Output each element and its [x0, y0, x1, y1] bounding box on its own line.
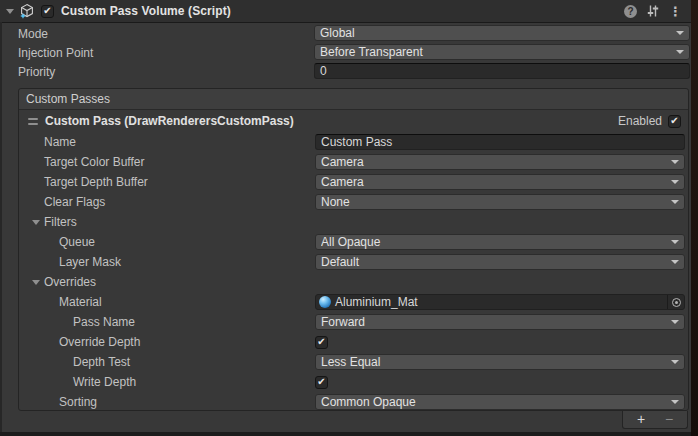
field-label: Layer Mask: [19, 255, 121, 269]
check-icon: ✔: [317, 377, 325, 387]
window-edge-left: [0, 22, 2, 436]
chevron-down-icon: [671, 240, 679, 244]
custom-passes-box: Custom Passes Custom Pass (DrawRenderers…: [18, 88, 689, 411]
unity-inspector: ✔ Custom Pass Volume (Script) ? ⋮ ModeGl…: [0, 0, 698, 436]
material-sphere-icon: [319, 296, 331, 308]
row-sorting: SortingCommon Opaque: [19, 392, 688, 412]
dropdown-value: Less Equal: [321, 355, 667, 369]
field-label: Name: [19, 135, 76, 149]
dropdown-queue[interactable]: All Opaque: [315, 234, 685, 250]
dropdown-depth-test[interactable]: Less Equal: [315, 354, 685, 370]
check-icon: ✔: [670, 116, 678, 126]
field-label: Write Depth: [19, 375, 136, 389]
component-fields: ModeGlobalInjection PointBefore Transpar…: [0, 24, 691, 81]
row-filters[interactable]: Filters: [19, 212, 688, 232]
chevron-down-icon: [671, 400, 679, 404]
chevron-down-icon: [671, 180, 679, 184]
remove-pass-button[interactable]: −: [655, 412, 683, 427]
row-queue: QueueAll Opaque: [19, 232, 688, 252]
dropdown-value: Common Opaque: [321, 395, 667, 409]
dropdown-value: All Opaque: [321, 235, 667, 249]
checkbox-field: ✔: [315, 374, 685, 390]
row-target-color-buffer: Target Color BufferCamera: [19, 152, 688, 172]
window-edge-bottom: [0, 432, 691, 436]
kebab-menu-icon[interactable]: ⋮: [669, 5, 682, 18]
check-icon: ✔: [317, 337, 325, 347]
dropdown-target-depth-buffer[interactable]: Camera: [315, 174, 685, 190]
enabled-label: Enabled: [618, 114, 662, 128]
drag-handle-icon[interactable]: [28, 118, 38, 125]
chevron-down-icon: [671, 260, 679, 264]
presets-icon[interactable]: [646, 4, 660, 18]
object-picker-icon[interactable]: [667, 295, 684, 309]
script-cube-icon: [19, 3, 35, 19]
dropdown-value: Before Transparent: [320, 45, 672, 59]
foldout-chevron-icon[interactable]: [32, 220, 40, 225]
row-write-depth: Write Depth✔: [19, 372, 688, 392]
dropdown-value: Default: [321, 255, 667, 269]
row-mode: ModeGlobal: [0, 24, 691, 43]
checkbox-field: ✔: [315, 334, 685, 350]
field-label: Priority: [0, 65, 55, 79]
dropdown-sorting[interactable]: Common Opaque: [315, 394, 685, 410]
row-priority: Priority0: [0, 62, 691, 81]
dropdown-layer-mask[interactable]: Default: [315, 254, 685, 270]
field-label: Target Depth Buffer: [19, 175, 148, 189]
add-pass-button[interactable]: +: [627, 412, 655, 427]
dropdown-target-color-buffer[interactable]: Camera: [315, 154, 685, 170]
input-value: 0: [320, 64, 327, 78]
row-overrides[interactable]: Overrides: [19, 272, 688, 292]
pass-fields: NameCustom PassTarget Color BufferCamera…: [19, 132, 688, 412]
custom-passes-title: Custom Passes: [26, 92, 110, 106]
input-priority[interactable]: 0: [314, 63, 690, 79]
row-name: NameCustom Pass: [19, 132, 688, 152]
field-label: Pass Name: [19, 315, 135, 329]
dropdown-value: None: [321, 195, 667, 209]
chevron-down-icon: [671, 320, 679, 324]
row-depth-test: Depth TestLess Equal: [19, 352, 688, 372]
component-title: Custom Pass Volume (Script): [61, 4, 231, 18]
input-value: Custom Pass: [321, 135, 392, 149]
object-field-material[interactable]: Aluminium_Mat: [315, 294, 685, 310]
field-label: Depth Test: [19, 355, 130, 369]
dropdown-value: Camera: [321, 155, 667, 169]
foldout-chevron-icon[interactable]: [32, 280, 40, 285]
pass-enabled-checkbox[interactable]: ✔: [668, 115, 681, 128]
row-injection-point: Injection PointBefore Transparent: [0, 43, 691, 62]
field-label: Clear Flags: [19, 195, 105, 209]
field-label: Injection Point: [0, 46, 93, 60]
foldout-chevron-icon[interactable]: [6, 9, 14, 14]
field-label: Target Color Buffer: [19, 155, 145, 169]
row-target-depth-buffer: Target Depth BufferCamera: [19, 172, 688, 192]
dropdown-pass-name[interactable]: Forward: [315, 314, 685, 330]
row-material: MaterialAluminium_Mat: [19, 292, 688, 312]
field-label: Overrides: [44, 275, 96, 289]
component-header: ✔ Custom Pass Volume (Script) ? ⋮: [0, 0, 691, 23]
pass-list-item-header[interactable]: Custom Pass (DrawRenderersCustomPass) En…: [19, 110, 688, 132]
component-enabled-checkbox[interactable]: ✔: [41, 5, 54, 18]
row-override-depth: Override Depth✔: [19, 332, 688, 352]
row-pass-name: Pass NameForward: [19, 312, 688, 332]
check-icon: ✔: [43, 6, 51, 16]
dropdown-value: Camera: [321, 175, 667, 189]
dropdown-injection-point[interactable]: Before Transparent: [314, 44, 690, 60]
field-label: Filters: [44, 215, 77, 229]
row-layer-mask: Layer MaskDefault: [19, 252, 688, 272]
checkbox-override-depth[interactable]: ✔: [315, 336, 328, 349]
field-label: Override Depth: [19, 335, 140, 349]
field-label: Mode: [0, 27, 48, 41]
dropdown-value: Global: [320, 26, 672, 40]
chevron-down-icon: [671, 200, 679, 204]
field-label: Queue: [19, 235, 95, 249]
dropdown-value: Forward: [321, 315, 667, 329]
custom-passes-header: Custom Passes: [19, 89, 688, 110]
input-name[interactable]: Custom Pass: [315, 134, 685, 150]
help-icon[interactable]: ?: [624, 5, 637, 18]
dropdown-mode[interactable]: Global: [314, 25, 690, 41]
chevron-down-icon: [676, 31, 684, 35]
dropdown-clear-flags[interactable]: None: [315, 194, 685, 210]
row-clear-flags: Clear FlagsNone: [19, 192, 688, 212]
checkbox-write-depth[interactable]: ✔: [315, 376, 328, 389]
object-name: Aluminium_Mat: [331, 295, 667, 309]
window-edge: [691, 0, 698, 436]
